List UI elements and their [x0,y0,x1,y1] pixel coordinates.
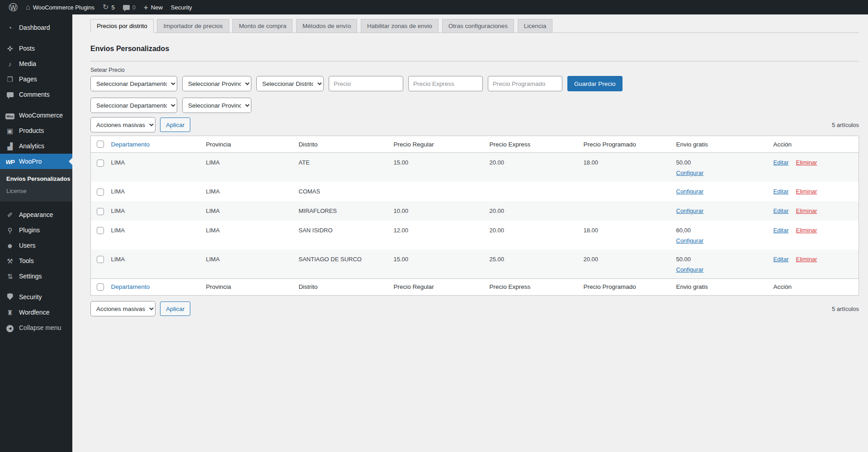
new-content-link[interactable]: + New [140,0,167,14]
submenu-item-license[interactable]: License [0,185,72,197]
cell-precio-express [490,182,584,201]
eliminar-link[interactable]: Eliminar [796,159,817,166]
editar-link[interactable]: Editar [774,227,789,234]
distrito-select[interactable]: Seleccionar Distrito [256,76,324,91]
package-icon: ▣ [5,127,14,134]
security-link[interactable]: Security [167,0,196,14]
table-row: LIMA LIMA ATE 15.00 20.00 18.00 50.00 Co… [91,153,859,182]
sidebar-item-plugins[interactable]: ⚲ Plugins [0,222,72,238]
sidebar-item-comments[interactable]: Comments [0,87,72,102]
configurar-link[interactable]: Configurar [676,170,704,176]
col-provincia: Provincia [206,136,299,153]
sort-departamento-link[interactable]: Departamento [111,141,150,148]
sidebar-item-settings[interactable]: ⇅ Settings [0,268,72,284]
sidebar-item-security[interactable]: Security [0,289,72,305]
cell-precio-express: 20.00 [490,221,584,250]
cell-distrito: ATE [299,153,394,182]
select-all-checkbox[interactable] [97,141,104,148]
sidebar-item-tools[interactable]: ⚒ Tools [0,253,72,268]
editar-link[interactable]: Editar [774,159,789,166]
dashboard-icon: ◔ [5,24,14,31]
sidebar-item-wordfence[interactable]: ♜ Wordfence [0,305,72,320]
sidebar-item-appearance[interactable]: ✐ Appearance [0,207,72,222]
configurar-link[interactable]: Configurar [676,237,704,244]
collapse-menu-button[interactable]: ◀ Collapse menu [0,320,72,335]
security-label: Security [171,4,192,11]
sort-departamento-link-bottom[interactable]: Departamento [111,283,150,290]
tab-precios-por-distrito[interactable]: Precios por distrito [90,19,154,33]
eliminar-link[interactable]: Eliminar [796,207,817,214]
submenu-item-envios-personalizados[interactable]: Envíos Personalizados [0,173,72,185]
precio-express-input[interactable] [408,76,483,91]
guardar-precio-button[interactable]: Guardar Precio [567,76,623,91]
plus-icon: + [144,4,148,11]
sidebar-item-woocommerce[interactable]: Woo WooCommerce [0,108,72,123]
sidebar-item-label: Products [19,127,44,134]
cell-provincia: LIMA [206,201,299,221]
precio-input[interactable] [329,76,403,91]
departamento-select[interactable]: Seleccionar Departamento [90,76,177,91]
eliminar-link[interactable]: Eliminar [796,227,817,234]
comments-icon [5,91,14,98]
tab-otras-configuraciones[interactable]: Otras configuraciones [442,19,514,33]
cell-departamento: LIMA [111,221,206,250]
cell-precio-programado: 20.00 [584,250,676,279]
sidebar-item-woopro[interactable]: WP WooPro [0,154,72,169]
tab-licencia[interactable]: Licencia [518,19,553,33]
comments-link[interactable]: 0 [119,0,140,14]
bulk-actions-bottom: Acciones masivas Aplicar 5 artículos [90,301,859,316]
sidebar-item-posts[interactable]: ✜ Posts [0,41,72,56]
tab-metodos-de-envio[interactable]: Métodos de envío [296,19,357,33]
tab-monto-de-compra[interactable]: Monto de compra [232,19,292,33]
apply-button-bottom[interactable]: Aplicar [160,301,190,316]
row-checkbox[interactable] [97,227,104,234]
sidebar-item-label: Tools [19,257,34,264]
configurar-link[interactable]: Configurar [676,266,704,273]
sidebar-item-products[interactable]: ▣ Products [0,123,72,138]
select-all-checkbox-bottom[interactable] [97,283,104,291]
editar-link[interactable]: Editar [774,256,789,263]
eliminar-link[interactable]: Eliminar [796,256,817,263]
provincia-select[interactable]: Seleccionar Provincia [182,76,251,91]
eliminar-link[interactable]: Eliminar [796,188,817,195]
editar-link[interactable]: Editar [774,207,789,214]
row-checkbox[interactable] [97,188,104,196]
sidebar-item-dashboard[interactable]: ◔ Dashboard [0,20,72,35]
bulk-action-select-top[interactable]: Acciones masivas [90,117,156,132]
comments-count: 0 [132,4,136,11]
row-checkbox[interactable] [97,160,104,167]
sidebar-item-pages[interactable]: ❐ Pages [0,71,72,87]
col-envio-gratis: Envio gratis [676,278,774,295]
media-icon: ♪ [5,61,14,67]
row-checkbox[interactable] [97,256,104,263]
cell-departamento: LIMA [111,250,206,279]
cell-provincia: LIMA [206,182,299,201]
woocommerce-icon: Woo [5,112,14,119]
editar-link[interactable]: Editar [774,188,789,195]
row-checkbox[interactable] [97,208,104,215]
updates-link[interactable]: ↻ 5 [99,0,119,14]
sidebar-item-analytics[interactable]: ▟ Analytics [0,138,72,154]
collapse-menu-label: Collapse menu [19,324,61,331]
tab-importador-de-precios[interactable]: Importador de precios [157,19,229,33]
cell-departamento: LIMA [111,153,206,182]
bulk-action-select-bottom[interactable]: Acciones masivas [90,301,156,316]
cell-provincia: LIMA [206,250,299,279]
filter-provincia-select[interactable]: Seleccionar Provincia [182,98,251,113]
configurar-link[interactable]: Configurar [676,207,704,214]
wordpress-logo-menu[interactable]: Ⓦ [5,0,22,14]
cell-distrito: SANTIAGO DE SURCO [299,250,394,279]
configurar-link[interactable]: Configurar [676,188,704,195]
col-accion: Acción [774,278,859,295]
table-row: LIMA LIMA COMAS Configurar EditarElimina… [91,182,859,201]
sidebar-item-users[interactable]: ☻ Users [0,238,72,253]
shipping-prices-table: Departamento Provincia Distrito Precio R… [90,136,859,296]
sidebar-item-media[interactable]: ♪ Media [0,56,72,71]
tab-habilitar-zonas-de-envio[interactable]: Habilitar zonas de envio [361,19,439,33]
precio-programado-input[interactable] [488,76,562,91]
apply-button-top[interactable]: Aplicar [160,118,190,132]
cell-precio-regular [394,182,490,201]
filter-departamento-select[interactable]: Seleccionar Departamento [90,98,177,113]
site-name-link[interactable]: ⌂ WooCommerce Plugins [22,0,99,14]
col-precio-regular: Precio Regular [394,278,490,295]
